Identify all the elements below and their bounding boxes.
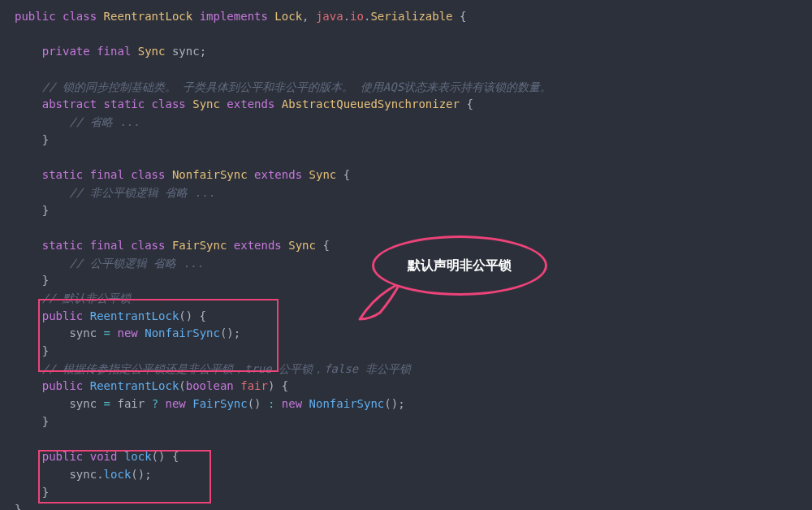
kw-boolean: boolean: [186, 379, 234, 392]
kw-new: new: [282, 397, 302, 410]
kw-extends: extends: [254, 168, 302, 181]
id-sync: sync: [69, 326, 97, 339]
kw-public: public: [15, 10, 56, 23]
comment: // 省略 ...: [69, 115, 140, 128]
kw-extends: extends: [227, 97, 274, 110]
fn-lock-call: lock: [104, 468, 132, 481]
kw-void: void: [90, 450, 118, 463]
kw-class: class: [131, 168, 165, 181]
comment: // 锁的同步控制基础类。 子类具体到公平和非公平的版本。 使用AQS状态来表示…: [42, 80, 551, 93]
kw-static: static: [42, 239, 84, 252]
id-io: io: [350, 10, 364, 23]
kw-new: new: [117, 326, 137, 339]
id-sync: sync: [172, 45, 200, 58]
fn-lock: lock: [124, 450, 152, 463]
kw-class: class: [63, 10, 97, 23]
comment: // 公平锁逻辑 省略 ...: [69, 257, 203, 270]
comment: // 非公平锁逻辑 省略 ...: [69, 186, 214, 199]
kw-extends: extends: [234, 239, 282, 252]
kw-implements: implements: [200, 10, 268, 23]
ctor-nonfairsync: NonfairSync: [145, 326, 220, 339]
kw-private: private: [42, 45, 90, 58]
id-sync: sync: [69, 397, 97, 410]
ctor-fairsync: FairSync: [192, 397, 247, 410]
kw-public: public: [42, 379, 84, 392]
type-serializable: Serializable: [370, 10, 452, 23]
type-nonfairsync: NonfairSync: [172, 168, 248, 181]
kw-final: final: [97, 45, 131, 58]
type-sync: Sync: [309, 168, 337, 181]
type-lock: Lock: [274, 10, 302, 23]
kw-abstract: abstract: [42, 97, 97, 110]
callout-bubble: 默认声明非公平锁: [372, 236, 547, 296]
kw-final: final: [90, 168, 124, 181]
kw-public: public: [42, 309, 84, 322]
kw-class: class: [152, 97, 186, 110]
type-sync: Sync: [192, 97, 220, 110]
param-fair: fair: [240, 379, 268, 392]
type-sync: Sync: [138, 45, 166, 58]
id-fair: fair: [117, 397, 145, 410]
type-fairsync: FairSync: [172, 239, 227, 252]
kw-final: final: [90, 239, 124, 252]
comment: // 根据传参指定公平锁还是非公平锁，true 公平锁，false 非公平锁: [42, 362, 411, 375]
comment: // 默认非公平锁: [42, 292, 131, 305]
id-sync: sync: [69, 468, 97, 481]
type-sync: Sync: [288, 239, 316, 252]
kw-static: static: [42, 168, 84, 181]
kw-new: new: [166, 397, 186, 410]
callout-text: 默认声明非公平锁: [408, 256, 512, 276]
kw-static: static: [104, 97, 145, 110]
type-reentrantlock: ReentrantLock: [104, 10, 193, 23]
ctor-reentrantlock: ReentrantLock: [90, 309, 179, 322]
kw-class: class: [131, 239, 165, 252]
ctor-reentrantlock: ReentrantLock: [90, 379, 179, 392]
id-java: java: [316, 10, 343, 23]
kw-public: public: [42, 450, 84, 463]
ctor-nonfairsync: NonfairSync: [309, 397, 385, 410]
type-aqs: AbstractQueuedSynchronizer: [282, 97, 460, 110]
